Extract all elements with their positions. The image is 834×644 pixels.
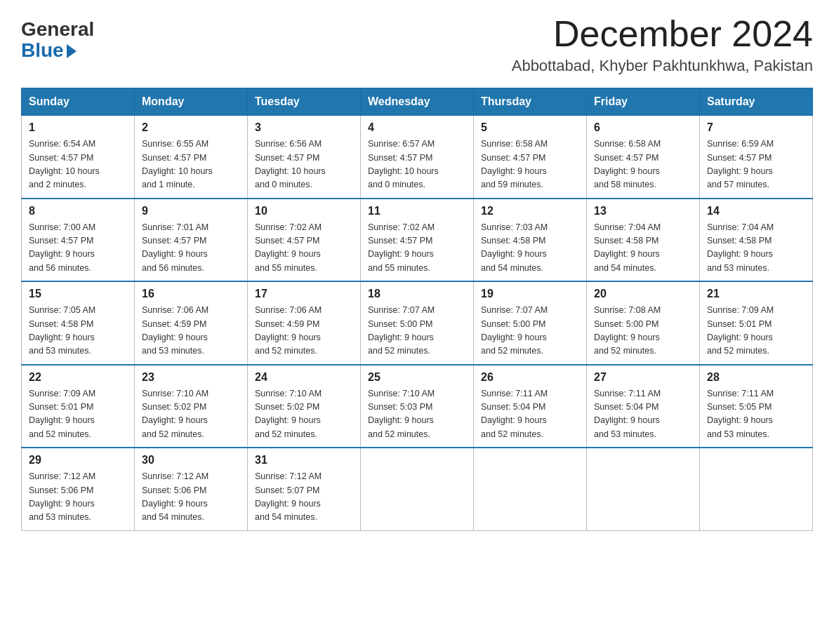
day-cell: 1Sunrise: 6:54 AMSunset: 4:57 PMDaylight… [22, 116, 135, 199]
day-number: 28 [707, 371, 805, 384]
day-number: 10 [255, 205, 353, 217]
day-info: Sunrise: 7:10 AMSunset: 5:02 PMDaylight:… [142, 387, 240, 442]
day-cell: 14Sunrise: 7:04 AMSunset: 4:58 PMDayligh… [700, 199, 813, 282]
day-info: Sunrise: 6:57 AMSunset: 4:57 PMDaylight:… [368, 137, 466, 192]
day-info: Sunrise: 7:12 AMSunset: 5:06 PMDaylight:… [29, 470, 127, 525]
day-info: Sunrise: 6:55 AMSunset: 4:57 PMDaylight:… [142, 137, 240, 192]
day-number: 18 [368, 288, 466, 300]
day-number: 2 [142, 121, 240, 134]
calendar: SundayMondayTuesdayWednesdayThursdayFrid… [21, 88, 813, 531]
header-cell-thursday: Thursday [474, 88, 587, 116]
day-info: Sunrise: 7:05 AMSunset: 4:58 PMDaylight:… [29, 304, 127, 358]
location-title: Abbottabad, Khyber Pakhtunkhwa, Pakistan [512, 57, 813, 75]
header: General Blue December 2024 Abbottabad, K… [21, 14, 813, 75]
calendar-header: SundayMondayTuesdayWednesdayThursdayFrid… [22, 88, 813, 116]
day-number: 30 [142, 454, 240, 467]
day-number: 5 [481, 121, 579, 134]
day-number: 21 [707, 288, 805, 300]
week-row-2: 8Sunrise: 7:00 AMSunset: 4:57 PMDaylight… [22, 199, 813, 282]
day-cell: 18Sunrise: 7:07 AMSunset: 5:00 PMDayligh… [361, 281, 474, 365]
header-cell-monday: Monday [135, 88, 248, 116]
day-cell [361, 448, 474, 530]
calendar-body: 1Sunrise: 6:54 AMSunset: 4:57 PMDaylight… [22, 116, 813, 531]
day-cell [587, 448, 700, 530]
day-info: Sunrise: 7:07 AMSunset: 5:00 PMDaylight:… [481, 304, 579, 358]
day-cell: 24Sunrise: 7:10 AMSunset: 5:02 PMDayligh… [248, 365, 361, 448]
day-info: Sunrise: 7:04 AMSunset: 4:58 PMDaylight:… [594, 221, 692, 276]
day-info: Sunrise: 7:02 AMSunset: 4:57 PMDaylight:… [368, 221, 466, 276]
day-info: Sunrise: 7:08 AMSunset: 5:00 PMDaylight:… [594, 304, 692, 358]
day-cell: 6Sunrise: 6:58 AMSunset: 4:57 PMDaylight… [587, 116, 700, 199]
day-cell: 20Sunrise: 7:08 AMSunset: 5:00 PMDayligh… [587, 281, 700, 365]
day-number: 31 [255, 454, 353, 467]
day-info: Sunrise: 7:03 AMSunset: 4:58 PMDaylight:… [481, 221, 579, 276]
day-cell: 31Sunrise: 7:12 AMSunset: 5:07 PMDayligh… [248, 448, 361, 530]
day-cell: 25Sunrise: 7:10 AMSunset: 5:03 PMDayligh… [361, 365, 474, 448]
day-cell: 9Sunrise: 7:01 AMSunset: 4:57 PMDaylight… [135, 199, 248, 282]
day-info: Sunrise: 7:09 AMSunset: 5:01 PMDaylight:… [707, 304, 805, 358]
day-number: 20 [594, 288, 692, 300]
day-info: Sunrise: 7:10 AMSunset: 5:02 PMDaylight:… [255, 387, 353, 442]
day-info: Sunrise: 6:58 AMSunset: 4:57 PMDaylight:… [594, 137, 692, 192]
day-cell: 5Sunrise: 6:58 AMSunset: 4:57 PMDaylight… [474, 116, 587, 199]
day-cell: 28Sunrise: 7:11 AMSunset: 5:05 PMDayligh… [700, 365, 813, 448]
day-cell: 8Sunrise: 7:00 AMSunset: 4:57 PMDaylight… [22, 199, 135, 282]
day-number: 24 [255, 371, 353, 384]
day-number: 9 [142, 205, 240, 217]
day-number: 7 [707, 121, 805, 134]
logo-triangle-icon [67, 44, 77, 58]
day-info: Sunrise: 7:09 AMSunset: 5:01 PMDaylight:… [29, 387, 127, 442]
day-number: 11 [368, 205, 466, 217]
day-cell: 26Sunrise: 7:11 AMSunset: 5:04 PMDayligh… [474, 365, 587, 448]
day-cell: 30Sunrise: 7:12 AMSunset: 5:06 PMDayligh… [135, 448, 248, 530]
day-info: Sunrise: 6:58 AMSunset: 4:57 PMDaylight:… [481, 137, 579, 192]
header-cell-sunday: Sunday [22, 88, 135, 116]
week-row-4: 22Sunrise: 7:09 AMSunset: 5:01 PMDayligh… [22, 365, 813, 448]
day-cell: 11Sunrise: 7:02 AMSunset: 4:57 PMDayligh… [361, 199, 474, 282]
day-number: 22 [29, 371, 127, 384]
day-info: Sunrise: 7:04 AMSunset: 4:58 PMDaylight:… [707, 221, 805, 276]
header-cell-wednesday: Wednesday [361, 88, 474, 116]
day-cell: 12Sunrise: 7:03 AMSunset: 4:58 PMDayligh… [474, 199, 587, 282]
day-number: 13 [594, 205, 692, 217]
day-info: Sunrise: 7:06 AMSunset: 4:59 PMDaylight:… [142, 304, 240, 358]
month-title: December 2024 [512, 14, 813, 54]
week-row-1: 1Sunrise: 6:54 AMSunset: 4:57 PMDaylight… [22, 116, 813, 199]
day-number: 15 [29, 288, 127, 300]
day-info: Sunrise: 7:11 AMSunset: 5:04 PMDaylight:… [594, 387, 692, 442]
day-info: Sunrise: 7:07 AMSunset: 5:00 PMDaylight:… [368, 304, 466, 358]
day-info: Sunrise: 6:59 AMSunset: 4:57 PMDaylight:… [707, 137, 805, 192]
day-cell: 4Sunrise: 6:57 AMSunset: 4:57 PMDaylight… [361, 116, 474, 199]
day-cell: 19Sunrise: 7:07 AMSunset: 5:00 PMDayligh… [474, 281, 587, 365]
day-cell: 10Sunrise: 7:02 AMSunset: 4:57 PMDayligh… [248, 199, 361, 282]
day-info: Sunrise: 6:54 AMSunset: 4:57 PMDaylight:… [29, 137, 127, 192]
day-cell: 2Sunrise: 6:55 AMSunset: 4:57 PMDaylight… [135, 116, 248, 199]
day-number: 17 [255, 288, 353, 300]
day-number: 25 [368, 371, 466, 384]
day-cell: 29Sunrise: 7:12 AMSunset: 5:06 PMDayligh… [22, 448, 135, 530]
day-cell: 13Sunrise: 7:04 AMSunset: 4:58 PMDayligh… [587, 199, 700, 282]
day-number: 3 [255, 121, 353, 134]
day-cell: 22Sunrise: 7:09 AMSunset: 5:01 PMDayligh… [22, 365, 135, 448]
day-info: Sunrise: 7:06 AMSunset: 4:59 PMDaylight:… [255, 304, 353, 358]
day-cell [474, 448, 587, 530]
day-info: Sunrise: 6:56 AMSunset: 4:57 PMDaylight:… [255, 137, 353, 192]
day-number: 1 [29, 121, 127, 134]
day-info: Sunrise: 7:11 AMSunset: 5:05 PMDaylight:… [707, 387, 805, 442]
day-number: 26 [481, 371, 579, 384]
day-info: Sunrise: 7:12 AMSunset: 5:07 PMDaylight:… [255, 470, 353, 525]
day-number: 16 [142, 288, 240, 300]
day-info: Sunrise: 7:12 AMSunset: 5:06 PMDaylight:… [142, 470, 240, 525]
day-cell: 27Sunrise: 7:11 AMSunset: 5:04 PMDayligh… [587, 365, 700, 448]
day-number: 12 [481, 205, 579, 217]
day-cell: 23Sunrise: 7:10 AMSunset: 5:02 PMDayligh… [135, 365, 248, 448]
day-cell: 16Sunrise: 7:06 AMSunset: 4:59 PMDayligh… [135, 281, 248, 365]
day-number: 29 [29, 454, 127, 467]
title-area: December 2024 Abbottabad, Khyber Pakhtun… [512, 14, 813, 75]
day-info: Sunrise: 7:10 AMSunset: 5:03 PMDaylight:… [368, 387, 466, 442]
header-cell-friday: Friday [587, 88, 700, 116]
header-row: SundayMondayTuesdayWednesdayThursdayFrid… [22, 88, 813, 116]
logo: General Blue [21, 14, 94, 62]
week-row-5: 29Sunrise: 7:12 AMSunset: 5:06 PMDayligh… [22, 448, 813, 530]
day-number: 8 [29, 205, 127, 217]
